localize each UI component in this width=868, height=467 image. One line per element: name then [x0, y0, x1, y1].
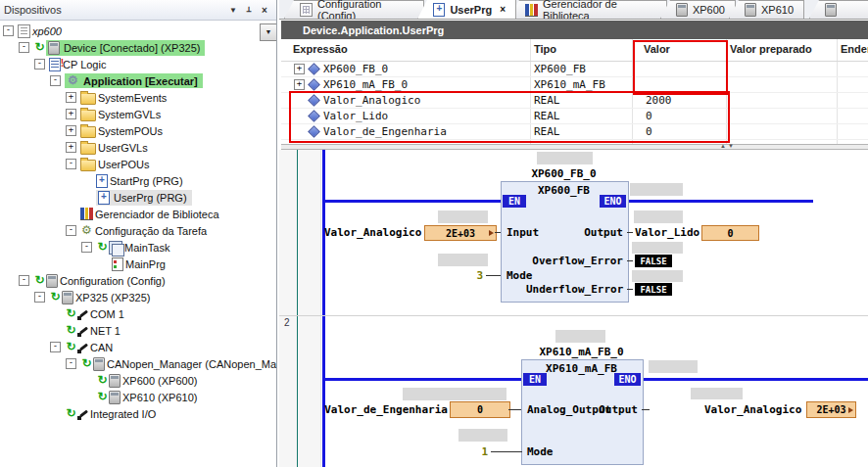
- collapse-icon[interactable]: [81, 242, 92, 253]
- tab-label: XP610: [761, 4, 794, 16]
- tab-userprg[interactable]: UserPrg ×: [417, 0, 516, 19]
- placeholder-box: [632, 242, 683, 254]
- col-header-expression[interactable]: Expressão: [293, 43, 348, 55]
- tab-library-manager[interactable]: Gerenciador de Biblioteca: [509, 0, 667, 19]
- monitor-value-box[interactable]: 2E+03: [424, 225, 497, 241]
- tree-root-dropdown-button[interactable]: ▼: [260, 23, 277, 41]
- left-power-rail: [322, 150, 325, 467]
- panel-menu-chevron-icon[interactable]: ▼: [225, 3, 241, 17]
- tree-item-project[interactable]: xp600: [0, 23, 276, 39]
- tree-item-application[interactable]: Application [Executar]: [0, 72, 276, 89]
- cell-type: REAL: [534, 94, 560, 107]
- expand-icon[interactable]: [294, 64, 305, 74]
- tree-label: StartPrg (PRG): [108, 174, 188, 188]
- tree-item-systempous[interactable]: SystemPOUs: [0, 122, 276, 139]
- program-icon: [112, 257, 123, 271]
- tree-item-usergvls[interactable]: UserGVLs: [0, 139, 276, 156]
- collapse-icon[interactable]: [19, 42, 29, 53]
- table-row[interactable]: Valor_Analogico REAL 2000: [281, 92, 868, 109]
- device-icon: [109, 374, 121, 388]
- tree-item-userpous[interactable]: UserPOUs: [0, 156, 276, 172]
- device-icon: [109, 391, 121, 404]
- tab-partial[interactable]: [809, 0, 868, 19]
- expand-icon[interactable]: [66, 109, 76, 119]
- tree-label: MainPrg: [123, 257, 170, 271]
- expand-icon[interactable]: [66, 125, 76, 136]
- application-gear-icon: [67, 74, 79, 87]
- splitter-arrows-icon[interactable]: ▲▼: [720, 143, 736, 149]
- table-row[interactable]: Valor_de_Engenharia REAL 0: [281, 123, 868, 140]
- instance-name[interactable]: XP600_FB_0: [501, 167, 627, 180]
- tree-item-library-manager[interactable]: Gerenciador de Biblioteca: [0, 206, 276, 222]
- tab-xp600[interactable]: XP600: [660, 0, 736, 19]
- collapse-icon[interactable]: [50, 342, 61, 352]
- panel-close-icon[interactable]: ×: [257, 3, 272, 17]
- mode-constant[interactable]: 1: [476, 445, 488, 458]
- tree-label: XP610 (XP610): [121, 391, 202, 404]
- collapse-icon[interactable]: [19, 275, 29, 286]
- editor-tab-bar: Configuration (Config) UserPrg × Gerenci…: [279, 0, 868, 20]
- tab-xp610[interactable]: XP610: [729, 0, 804, 19]
- inline-arrow-icon: [848, 407, 853, 413]
- tree-item-task-configuration[interactable]: Configuração da Tarefa: [0, 222, 276, 239]
- input-variable[interactable]: Valor_de_Engenharia: [324, 403, 448, 416]
- tree-item-mainprg[interactable]: MainPrg: [0, 256, 276, 272]
- monitor-value-box[interactable]: 0: [450, 401, 510, 418]
- tree-item-canopen-manager[interactable]: CANopen_Manager (CANopen_Mar: [0, 355, 276, 372]
- tree-item-integrated-io[interactable]: Integrated I/O: [0, 405, 276, 422]
- col-header-value[interactable]: Valor: [644, 43, 670, 55]
- expand-icon[interactable]: [66, 142, 76, 153]
- tree-item-xp600[interactable]: XP600 (XP600): [0, 372, 276, 389]
- tree-item-configuration[interactable]: Configuration (Config): [0, 272, 276, 289]
- tab-configuration[interactable]: Configuration (Config): [284, 0, 424, 19]
- collapse-icon[interactable]: [3, 25, 14, 36]
- monitor-value-box[interactable]: 2E+03: [806, 401, 856, 418]
- tree-item-systemevents[interactable]: SystemEvents: [0, 89, 276, 106]
- tab-close-icon[interactable]: ×: [500, 4, 506, 15]
- table-row[interactable]: XP610_mA_FB_0 XP610_mA_FB: [281, 76, 868, 93]
- tree-item-cp-logic[interactable]: CP Logic: [0, 56, 276, 72]
- placeholder-box: [630, 183, 683, 196]
- col-header-prepared[interactable]: Valor preparado: [730, 43, 812, 55]
- collapse-icon[interactable]: [66, 225, 76, 236]
- tree-label: UserGVLs: [96, 141, 153, 155]
- tree-item-maintask[interactable]: MainTask: [0, 239, 276, 256]
- tree-item-xp325[interactable]: XP325 (XP325): [0, 289, 276, 305]
- tree-item-device[interactable]: Device [Conectado] (XP325): [0, 39, 276, 56]
- tree-item-can[interactable]: CAN: [0, 339, 276, 355]
- tree-item-userprg[interactable]: UserPrg (PRG): [0, 189, 276, 206]
- panel-pin-icon[interactable]: Ʇ: [241, 3, 257, 17]
- mode-constant[interactable]: 3: [471, 269, 483, 282]
- device-icon: [825, 3, 837, 17]
- instance-name[interactable]: XP610_mA_FB_0: [521, 346, 642, 358]
- library-books-icon: [80, 208, 93, 220]
- cell-expression: Valor_de_Engenharia: [323, 125, 447, 138]
- placeholder-box: [555, 330, 605, 343]
- fbd-editor[interactable]: XP600_FB_0 XP600_FB EN ENO Valor_Analogi…: [279, 150, 868, 467]
- collapse-icon[interactable]: [34, 59, 45, 70]
- table-row[interactable]: XP600_FB_0 XP600_FB: [281, 61, 868, 77]
- col-header-address[interactable]: Endereço: [841, 43, 868, 55]
- output-variable[interactable]: Valor_Lido: [635, 226, 699, 239]
- tree-label: CAN: [88, 341, 118, 354]
- tree-item-xp610[interactable]: XP610 (XP610): [0, 389, 276, 405]
- collapse-icon[interactable]: [34, 292, 45, 303]
- table-row[interactable]: Valor_Lido REAL 0: [281, 108, 868, 124]
- tree-item-systemgvls[interactable]: SystemGVLs: [0, 106, 276, 122]
- expand-icon[interactable]: [66, 92, 76, 103]
- input-variable[interactable]: Valor_Analogico: [324, 226, 421, 239]
- collapse-icon[interactable]: [50, 75, 61, 86]
- collapse-icon[interactable]: [66, 358, 76, 369]
- output-variable[interactable]: Valor_Analogico: [704, 403, 801, 416]
- col-header-type[interactable]: Tipo: [534, 43, 556, 55]
- placeholder-box: [649, 360, 698, 373]
- tree-item-startprg[interactable]: StartPrg (PRG): [0, 172, 276, 189]
- en-pin: EN: [503, 195, 526, 208]
- pin-line: [508, 409, 521, 410]
- tree-item-com1[interactable]: COM 1: [0, 305, 276, 322]
- expand-icon[interactable]: [294, 79, 305, 90]
- tree-item-net1[interactable]: NET 1: [0, 322, 276, 339]
- network-number[interactable]: 2: [284, 317, 290, 328]
- monitor-value-box[interactable]: 0: [701, 225, 759, 241]
- collapse-icon[interactable]: [66, 159, 76, 169]
